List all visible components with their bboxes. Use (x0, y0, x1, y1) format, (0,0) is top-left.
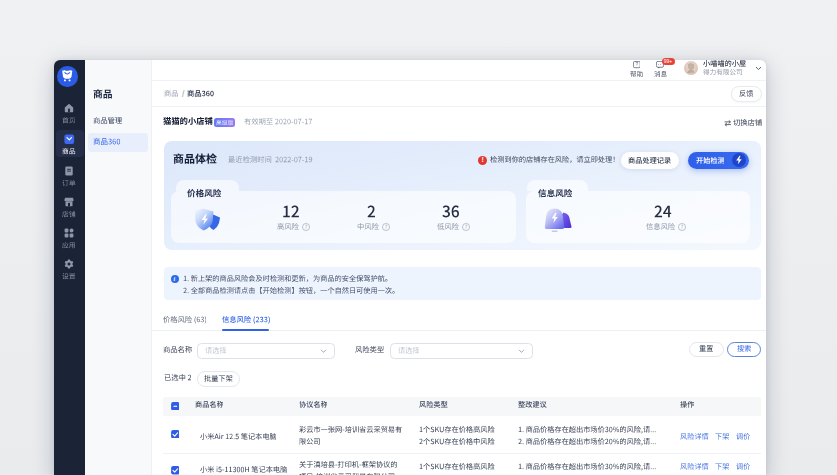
svg-text:?: ? (635, 63, 638, 68)
